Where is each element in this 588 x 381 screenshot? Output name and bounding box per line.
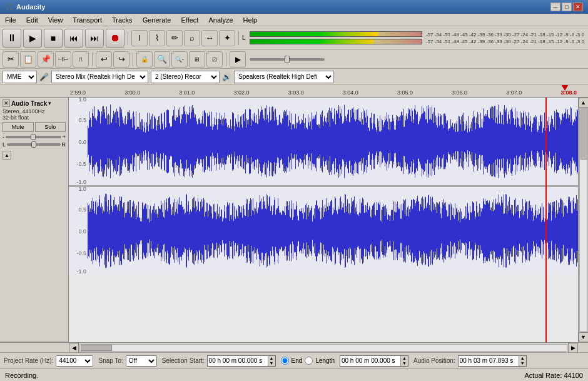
- copy-button[interactable]: 📋: [20, 51, 36, 68]
- snap-to-field: Snap To: Off: [98, 355, 156, 367]
- close-button[interactable]: ✕: [573, 3, 583, 11]
- waveform-display[interactable]: [69, 98, 578, 342]
- audio-pos-up[interactable]: ▲: [519, 356, 526, 361]
- length-radio[interactable]: [305, 357, 313, 365]
- draw-tool[interactable]: ✏: [166, 30, 183, 46]
- skip-forward-button[interactable]: ⏭: [85, 29, 104, 48]
- end-down[interactable]: ▼: [401, 361, 408, 366]
- maximize-button[interactable]: □: [562, 3, 572, 11]
- cut-button[interactable]: ✂: [3, 51, 19, 68]
- menu-generate[interactable]: Generate: [138, 15, 176, 25]
- silence-button[interactable]: ⎍: [73, 51, 89, 68]
- snap-to-select[interactable]: Off: [126, 355, 157, 367]
- vu-right-inactive: [373, 39, 422, 44]
- solo-button[interactable]: Solo: [35, 122, 66, 132]
- timeshift-tool[interactable]: ↔: [201, 30, 218, 46]
- scroll-right-button[interactable]: ▶: [568, 343, 578, 353]
- mute-solo-row: Mute Solo: [3, 122, 66, 132]
- trim-button[interactable]: ⊣⊢: [55, 51, 71, 68]
- input-icon: 🎤: [39, 73, 49, 81]
- gain-slider[interactable]: [6, 136, 61, 138]
- pan-slider[interactable]: [7, 143, 60, 146]
- mute-button[interactable]: Mute: [3, 122, 34, 132]
- hscroll-track[interactable]: [79, 344, 567, 352]
- audio-position-field: Audio Position: 00 h 03 m 07.893 s ▲ ▼: [413, 355, 527, 367]
- envelope-tool[interactable]: ⌇: [149, 30, 165, 46]
- driver-select[interactable]: MME: [3, 71, 37, 83]
- zoom-fit-button[interactable]: ⊡: [206, 51, 223, 68]
- cursor-tool[interactable]: I: [131, 30, 148, 46]
- hscroll-thumb[interactable]: [81, 345, 112, 351]
- output-device-select[interactable]: Speakers (Realtek High Defi: [234, 71, 334, 83]
- sel-start-spinner[interactable]: ▲ ▼: [268, 356, 275, 366]
- selection-start-input[interactable]: 00 h 00 m 00.000 s ▲ ▼: [207, 355, 276, 367]
- play-button[interactable]: ▶: [23, 29, 42, 48]
- sel-start-down[interactable]: ▼: [268, 361, 275, 366]
- record-button[interactable]: ⏺: [106, 29, 124, 48]
- menu-view[interactable]: View: [43, 15, 68, 25]
- app-icon: 🎵: [5, 3, 14, 11]
- skip-back-button[interactable]: ⏮: [64, 29, 83, 48]
- hscrollbar-row: ◀ ▶: [0, 342, 588, 352]
- end-up[interactable]: ▲: [401, 356, 408, 361]
- audio-pos-spinner[interactable]: ▲ ▼: [519, 356, 526, 366]
- track-name: Audio Track: [11, 100, 47, 107]
- end-spinner[interactable]: ▲ ▼: [400, 356, 408, 366]
- audio-pos-down[interactable]: ▼: [519, 361, 526, 366]
- input-device-select[interactable]: Stereo Mix (Realtek High De: [51, 71, 148, 83]
- menu-effect[interactable]: Effect: [176, 15, 204, 25]
- zoom-in-button[interactable]: 🔍: [154, 51, 170, 68]
- vu-left-inactive: [378, 32, 422, 36]
- end-radio[interactable]: [281, 357, 289, 365]
- gain-slider-thumb[interactable]: [31, 134, 36, 140]
- sync-button[interactable]: 🔒: [136, 51, 153, 68]
- vscroll-thumb[interactable]: [580, 109, 588, 160]
- audio-position-label: Audio Position:: [413, 357, 455, 364]
- tick-8: 3:07.0: [506, 89, 522, 96]
- track-info-2: 32-bit float: [3, 114, 66, 121]
- track-close-button[interactable]: ✕: [3, 99, 10, 107]
- transport-toolbar: ⏸ ▶ ■ ⏮ ⏭ ⏺ I ⌇ ✏ ⌕ ↔ ✦ L: [0, 26, 588, 50]
- menu-edit[interactable]: Edit: [21, 15, 43, 25]
- menu-file[interactable]: File: [0, 15, 21, 25]
- sel-start-up[interactable]: ▲: [268, 356, 275, 361]
- titlebar: 🎵 Audacity ─ □ ✕: [0, 0, 588, 14]
- gain-row: - +: [3, 134, 66, 140]
- play-speed-slider[interactable]: [250, 58, 325, 61]
- vu-right-bar: [250, 39, 422, 44]
- audio-position-input[interactable]: 00 h 03 m 07.893 s ▲ ▼: [458, 355, 527, 367]
- vu-left-bar: [250, 31, 422, 37]
- zoom-tool[interactable]: ⌕: [184, 30, 200, 46]
- vscroll-track[interactable]: [579, 108, 588, 332]
- scroll-left-button[interactable]: ◀: [69, 343, 79, 353]
- menu-analyze[interactable]: Analyze: [203, 15, 238, 25]
- stop-button[interactable]: ■: [44, 29, 63, 48]
- end-label: End: [291, 357, 303, 364]
- redo-button[interactable]: ↪: [113, 51, 129, 68]
- zoom-out-button[interactable]: 🔍-: [171, 51, 188, 68]
- end-value-input[interactable]: 00 h 00 m 00.000 s ▲ ▼: [340, 355, 408, 367]
- play-at-speed-button[interactable]: ▶: [230, 51, 246, 68]
- undo-button[interactable]: ↩: [96, 51, 112, 68]
- window-controls: ─ □ ✕: [550, 3, 583, 11]
- minimize-button[interactable]: ─: [550, 3, 560, 11]
- menu-help[interactable]: Help: [238, 15, 263, 25]
- selection-start-field: Selection Start: 00 h 00 m 00.000 s ▲ ▼: [162, 355, 276, 367]
- pause-button[interactable]: ⏸: [3, 29, 21, 48]
- paste-button[interactable]: 📌: [38, 51, 54, 68]
- gain-plus-label: +: [63, 134, 66, 140]
- menu-tracks[interactable]: Tracks: [107, 15, 138, 25]
- collapse-track-button[interactable]: ▲: [3, 151, 11, 160]
- scroll-up-button[interactable]: ▲: [579, 98, 589, 108]
- zoom-sel-button[interactable]: ⊞: [189, 51, 205, 68]
- pan-slider-thumb[interactable]: [31, 141, 36, 148]
- track-info-1: Stereo, 44100Hz: [3, 108, 66, 114]
- track-dropdown-button[interactable]: ▾: [48, 100, 51, 106]
- scroll-down-button[interactable]: ▼: [579, 332, 589, 342]
- multi-tool[interactable]: ✦: [219, 30, 235, 46]
- input-channels-select[interactable]: 2 (Stereo) Recor: [151, 71, 220, 83]
- separator-1: [128, 31, 128, 45]
- speed-slider-thumb[interactable]: [285, 56, 290, 63]
- project-rate-select[interactable]: 44100: [56, 355, 93, 367]
- menu-transport[interactable]: Transport: [68, 15, 107, 25]
